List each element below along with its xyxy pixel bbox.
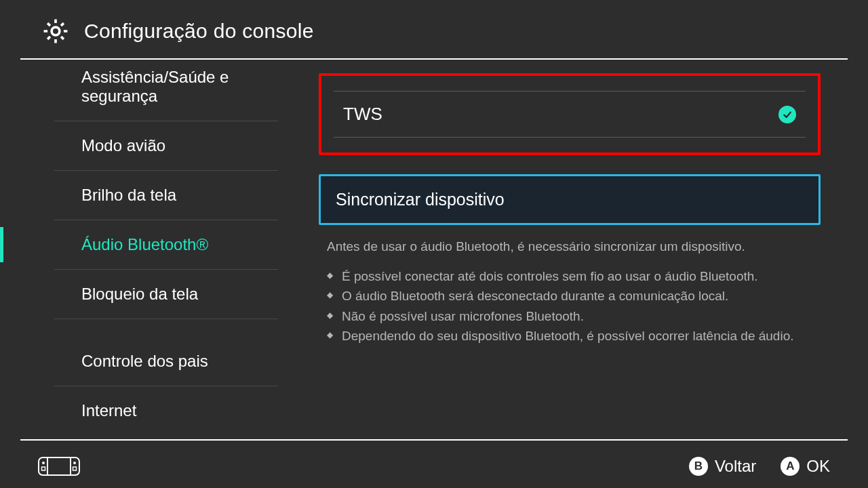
gear-icon — [41, 16, 71, 46]
svg-rect-1 — [39, 458, 79, 475]
sidebar-item-label: Brilho da tela — [68, 186, 264, 205]
svg-rect-6 — [73, 467, 77, 470]
helper-text: Antes de usar o áudio Bluetooth, é neces… — [319, 237, 821, 346]
paired-device-row[interactable]: TWS — [334, 91, 806, 138]
sidebar-item-bluetooth-audio[interactable]: Áudio Bluetooth® — [54, 220, 278, 270]
sidebar-item-label: Áudio Bluetooth® — [68, 235, 264, 254]
helper-bullet: Não é possível usar microfones Bluetooth… — [327, 307, 812, 326]
helper-bullet: É possível conectar até dois controles s… — [327, 267, 812, 286]
main: Assistência/Saúde e segurança Modo avião… — [0, 60, 868, 439]
page-title: Configuração do console — [84, 20, 314, 43]
sidebar: Assistência/Saúde e segurança Modo avião… — [0, 60, 278, 439]
sidebar-item-label: Internet — [68, 401, 264, 420]
footer-divider — [20, 439, 848, 441]
ok-button[interactable]: A OK — [781, 457, 830, 476]
console-icon — [38, 457, 80, 476]
sidebar-item-screen-lock[interactable]: Bloqueio da tela — [54, 270, 278, 319]
svg-point-4 — [73, 462, 76, 464]
sidebar-item-internet[interactable]: Internet — [54, 386, 278, 435]
sidebar-item-support[interactable]: Assistência/Saúde e segurança — [54, 60, 278, 121]
footer: B Voltar A OK — [0, 445, 868, 488]
pair-device-label: Sincronizar dispositivo — [336, 190, 505, 209]
svg-rect-5 — [42, 467, 45, 470]
back-button[interactable]: B Voltar — [689, 457, 756, 476]
b-key-icon: B — [689, 457, 708, 476]
sidebar-item-label: Bloqueio da tela — [68, 285, 264, 304]
sidebar-gap — [54, 319, 278, 337]
header: Configuração do console — [0, 0, 868, 58]
sidebar-item-airplane[interactable]: Modo avião — [54, 121, 278, 171]
sidebar-item-brightness[interactable]: Brilho da tela — [54, 171, 278, 220]
svg-point-0 — [52, 27, 60, 35]
content-panel: TWS Sincronizar dispositivo Antes de usa… — [278, 60, 868, 439]
sidebar-item-parental[interactable]: Controle dos pais — [54, 337, 278, 386]
connected-check-icon — [778, 106, 796, 123]
sidebar-item-label: Controle dos pais — [68, 352, 264, 371]
helper-lead: Antes de usar o áudio Bluetooth, é neces… — [327, 237, 812, 256]
sidebar-item-label: Assistência/Saúde e segurança — [68, 68, 264, 106]
back-label: Voltar — [715, 457, 756, 476]
helper-list: É possível conectar até dois controles s… — [327, 267, 812, 346]
svg-rect-2 — [47, 458, 71, 475]
sidebar-item-label: Modo avião — [68, 136, 264, 155]
helper-bullet: O áudio Bluetooth será desconectado dura… — [327, 287, 812, 306]
paired-device-block: TWS — [319, 73, 821, 155]
svg-point-3 — [42, 462, 45, 464]
device-name: TWS — [343, 104, 382, 125]
ok-label: OK — [806, 457, 830, 476]
pair-device-button[interactable]: Sincronizar dispositivo — [319, 174, 821, 225]
helper-bullet: Dependendo do seu dispositivo Bluetooth,… — [327, 327, 812, 346]
a-key-icon: A — [781, 457, 800, 476]
